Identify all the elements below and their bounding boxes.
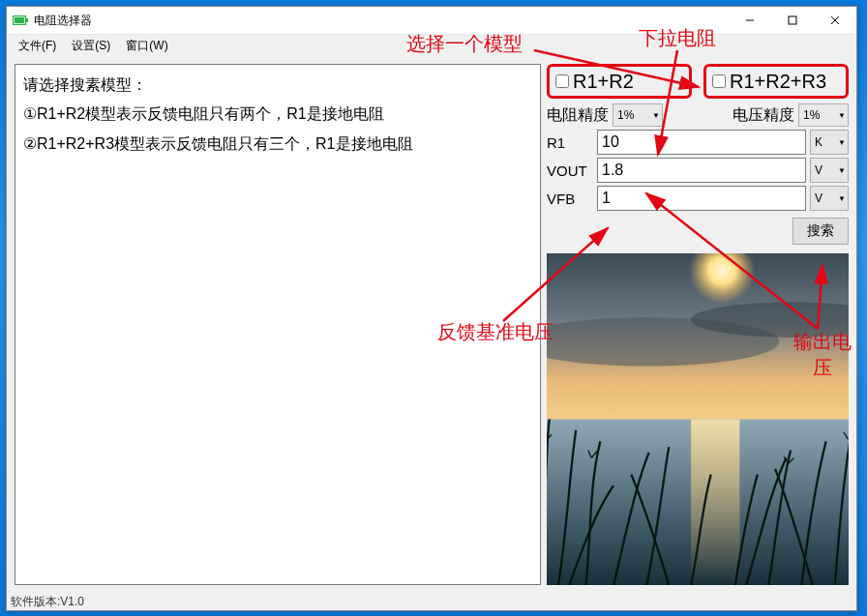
chevron-down-icon: ▼ bbox=[838, 111, 846, 120]
vfb-input[interactable] bbox=[597, 186, 806, 211]
battery-icon bbox=[13, 15, 28, 26]
voltage-precision-value: 1% bbox=[803, 108, 820, 122]
titlebar: 电阻选择器 bbox=[7, 7, 856, 35]
status-bar: 软件版本:V1.0 bbox=[7, 593, 856, 610]
svg-rect-12 bbox=[691, 420, 739, 586]
vout-label: VOUT bbox=[547, 162, 593, 179]
model-r1-r2-check[interactable] bbox=[555, 74, 569, 88]
voltage-precision-label: 电压精度 bbox=[732, 105, 794, 126]
window-title: 电阻选择器 bbox=[34, 13, 92, 29]
menubar: 文件(F) 设置(S) 窗口(W) bbox=[7, 35, 856, 56]
resistor-precision-value: 1% bbox=[617, 108, 634, 122]
description-pane: 请选择搜素模型： ①R1+R2模型表示反馈电阻只有两个，R1是接地电阻 ②R1+… bbox=[15, 64, 541, 585]
vfb-unit-combo[interactable]: V ▼ bbox=[810, 186, 849, 211]
vout-input[interactable] bbox=[597, 158, 806, 183]
model-r1-r2-label: R1+R2 bbox=[573, 71, 634, 93]
svg-rect-4 bbox=[789, 16, 796, 24]
desc-line-2: ①R1+R2模型表示反馈电阻只有两个，R1是接地电阻 bbox=[23, 100, 532, 129]
desc-line-1: 请选择搜素模型： bbox=[23, 71, 532, 100]
r1-label: R1 bbox=[547, 134, 593, 151]
chevron-down-icon: ▼ bbox=[838, 138, 846, 147]
search-button[interactable]: 搜索 bbox=[792, 218, 849, 245]
vout-unit-combo[interactable]: V ▼ bbox=[810, 158, 849, 183]
r1-unit-value: K bbox=[815, 135, 822, 149]
vfb-label: VFB bbox=[547, 191, 593, 207]
close-button[interactable] bbox=[814, 7, 856, 34]
r1-input[interactable] bbox=[597, 130, 806, 155]
r1-unit-combo[interactable]: K ▼ bbox=[810, 130, 849, 155]
controls-pane: R1+R2 R1+R2+R3 电阻精度 1% ▼ bbox=[547, 64, 849, 585]
menu-file[interactable]: 文件(F) bbox=[11, 36, 64, 56]
svg-rect-1 bbox=[26, 18, 28, 22]
model-r1-r2-r3-label: R1+R2+R3 bbox=[730, 71, 826, 93]
vfb-unit-value: V bbox=[815, 191, 822, 205]
model-r1-r2-r3-checkbox[interactable]: R1+R2+R3 bbox=[703, 64, 849, 99]
chevron-down-icon: ▼ bbox=[838, 194, 846, 203]
maximize-button[interactable] bbox=[771, 7, 814, 34]
resistor-precision-label: 电阻精度 bbox=[547, 105, 609, 126]
voltage-precision-combo[interactable]: 1% ▼ bbox=[798, 103, 849, 127]
model-r1-r2-r3-check[interactable] bbox=[712, 74, 726, 88]
menu-window[interactable]: 窗口(W) bbox=[118, 36, 175, 56]
preview-image bbox=[547, 253, 849, 585]
menu-settings[interactable]: 设置(S) bbox=[64, 36, 118, 56]
chevron-down-icon: ▼ bbox=[838, 166, 846, 175]
resistor-precision-combo[interactable]: 1% ▼ bbox=[613, 103, 663, 127]
vout-unit-value: V bbox=[815, 163, 822, 177]
minimize-button[interactable] bbox=[729, 7, 771, 34]
desc-line-3: ②R1+R2+R3模型表示反馈电阻只有三个，R1是接地电阻 bbox=[23, 130, 532, 159]
model-r1-r2-checkbox[interactable]: R1+R2 bbox=[547, 64, 692, 99]
client-area: 请选择搜素模型： ①R1+R2模型表示反馈电阻只有两个，R1是接地电阻 ②R1+… bbox=[7, 56, 856, 593]
chevron-down-icon: ▼ bbox=[652, 111, 660, 120]
status-version: 软件版本:V1.0 bbox=[11, 594, 84, 610]
app-window: 电阻选择器 文件(F) 设置(S) 窗口(W) 请选择搜素模型： ①R1+R2模… bbox=[6, 6, 857, 611]
svg-rect-2 bbox=[15, 17, 24, 23]
